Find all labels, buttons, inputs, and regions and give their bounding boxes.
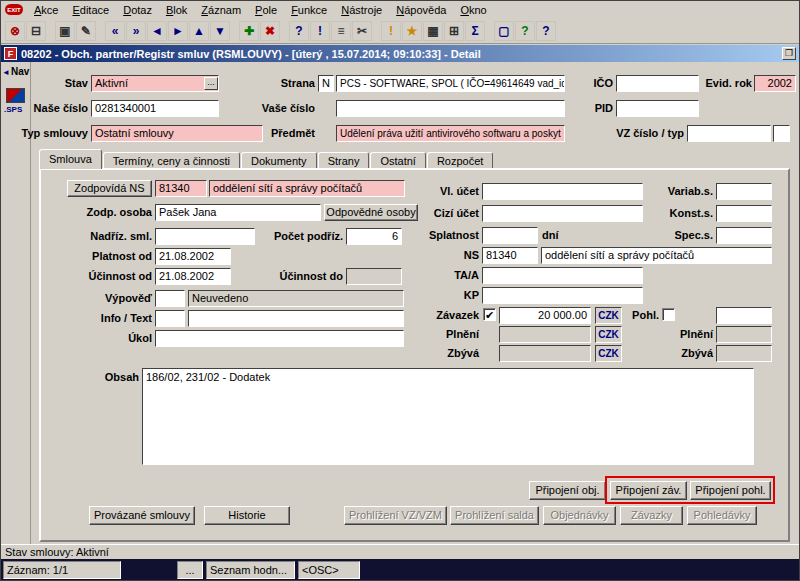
last-record-icon[interactable]: »: [126, 21, 146, 41]
ucinnost-do-field[interactable]: [346, 268, 402, 285]
stav-field[interactable]: Aktivní: [91, 75, 219, 92]
clear-record-icon[interactable]: ✂: [352, 21, 372, 41]
tab[interactable]: Smlouva: [39, 149, 102, 169]
vz-typ-field[interactable]: [773, 125, 790, 142]
provazane-smlouvy-button[interactable]: Provázané smlouvy: [89, 506, 195, 525]
pripojeni-zav-button[interactable]: Připojení záv.: [610, 481, 687, 500]
pripojeni-obj-button[interactable]: Připojení obj.: [529, 481, 606, 500]
menu-item[interactable]: Nápověda: [389, 3, 453, 17]
save-icon[interactable]: ▣: [55, 21, 75, 41]
execute-query-icon[interactable]: !: [310, 21, 330, 41]
pripojeni-pohl-button[interactable]: Připojení pohl.: [690, 481, 771, 500]
zavazek-amount-field[interactable]: 20 000.00: [499, 307, 591, 324]
konst-s-label: Konst.s.: [651, 207, 713, 220]
edit-icon[interactable]: ✎: [76, 21, 96, 41]
restore-window-icon[interactable]: [782, 47, 796, 60]
about-icon[interactable]: ?: [536, 21, 556, 41]
nadriz-sml-field[interactable]: [155, 228, 255, 245]
menu-item[interactable]: Editace: [65, 3, 116, 17]
strana-name-field[interactable]: PCS - SOFTWARE, SPOL ( IČO=49614649 vad_…: [336, 75, 565, 92]
menu-item[interactable]: Akce: [27, 3, 65, 17]
calculator-icon[interactable]: ⊞: [444, 21, 464, 41]
zodp-osoba-field[interactable]: Pašek Jana: [155, 204, 321, 221]
toolbar-separator: [281, 21, 289, 41]
menu-item[interactable]: Nástroje: [334, 3, 389, 17]
ns-name-field[interactable]: oddělení sítí a správy počítačů: [541, 247, 772, 264]
enter-query-icon[interactable]: ?: [289, 21, 309, 41]
scroll-down-icon[interactable]: ▼: [210, 21, 230, 41]
tab[interactable]: Dokumenty: [241, 152, 317, 169]
delete-record-icon[interactable]: ✖: [260, 21, 280, 41]
splatnost-field[interactable]: [482, 227, 538, 244]
pohl-field[interactable]: [716, 307, 772, 324]
sps-icon[interactable]: [6, 88, 25, 103]
ukol-field[interactable]: [155, 330, 404, 347]
info-text-field[interactable]: [188, 310, 404, 327]
print-icon[interactable]: ⊟: [26, 21, 46, 41]
konst-s-field[interactable]: [716, 205, 772, 222]
strana-code-field[interactable]: N: [318, 75, 334, 92]
pid-label: PID: [571, 102, 613, 115]
exit-logo-icon[interactable]: EXIT: [5, 4, 23, 15]
platnost-od-field[interactable]: 21.08.2002: [155, 248, 231, 265]
nase-cislo-field[interactable]: 0281340001: [91, 100, 219, 117]
first-record-icon[interactable]: «: [105, 21, 125, 41]
icon-glyph: ≡: [337, 25, 344, 37]
tab[interactable]: Termíny, ceny a činnosti: [103, 152, 240, 169]
info-code-field[interactable]: [155, 310, 185, 327]
list-values-icon[interactable]: ≡: [331, 21, 351, 41]
ucinnost-od-field[interactable]: 21.08.2002: [155, 268, 231, 285]
evid-rok-field[interactable]: 2002: [754, 75, 796, 92]
vypoved-code-field[interactable]: [155, 290, 185, 307]
menu-item[interactable]: Okno: [453, 3, 493, 17]
menu-item[interactable]: Záznam: [194, 3, 248, 17]
ta-a-field[interactable]: [482, 267, 643, 284]
warning-icon[interactable]: !: [381, 21, 401, 41]
list-of-values-indicator: Seznam hodn...: [206, 561, 295, 579]
typ-smlouvy-field[interactable]: Ostatní smlouvy: [91, 125, 263, 142]
variab-s-field[interactable]: [716, 183, 772, 200]
scroll-up-icon[interactable]: ▲: [189, 21, 209, 41]
tab[interactable]: Ostatní: [370, 152, 425, 169]
icon-glyph: ►: [172, 25, 184, 37]
stav-lov-button[interactable]: ...: [204, 77, 218, 90]
cizi-ucet-field[interactable]: [482, 205, 643, 222]
icon-glyph: !: [318, 25, 322, 37]
menu-item[interactable]: Dotaz: [116, 3, 159, 17]
next-record-icon[interactable]: ►: [168, 21, 188, 41]
kp-field[interactable]: [482, 287, 643, 304]
window-list-icon[interactable]: ▢: [494, 21, 514, 41]
odpovedne-osoby-button[interactable]: Odpovědné osoby: [324, 204, 418, 221]
pid-field[interactable]: [616, 100, 699, 117]
tab[interactable]: Strany: [318, 152, 370, 169]
historie-button[interactable]: Historie: [204, 506, 290, 525]
obsah-textarea[interactable]: 186/02, 231/02 - Dodatek: [142, 368, 754, 465]
ico-field[interactable]: [616, 75, 699, 92]
predmet-field[interactable]: Udělení práva užití antivirového softwar…: [336, 125, 565, 142]
vl-ucet-field[interactable]: [482, 183, 643, 200]
pohl-checkbox[interactable]: [662, 308, 675, 321]
window-title-bar: F 08202 - Obch. partner/Registr smluv (R…: [1, 45, 799, 62]
menu-item[interactable]: Funkce: [284, 3, 334, 17]
favorites-icon[interactable]: ★: [402, 21, 422, 41]
vz-cislo-field[interactable]: [687, 125, 771, 142]
vase-cislo-field[interactable]: [336, 100, 565, 117]
spec-s-field[interactable]: [716, 227, 772, 244]
exit-icon[interactable]: ⊗: [5, 21, 25, 41]
menu-item[interactable]: Blok: [159, 3, 194, 17]
zodpovida-ns-name-field[interactable]: oddělení sítí a správy počítačů: [209, 180, 405, 197]
calendar-icon[interactable]: ▦: [423, 21, 443, 41]
zodpovida-ns-button[interactable]: Zodpovídá NS: [67, 180, 152, 197]
ns-code-field[interactable]: 81340: [482, 247, 538, 264]
nav-toggle[interactable]: Nav: [2, 66, 29, 77]
zavazek-checkbox[interactable]: [483, 308, 496, 321]
prev-record-icon[interactable]: ◄: [147, 21, 167, 41]
insert-record-icon[interactable]: ✚: [239, 21, 259, 41]
toolbar-separator: [231, 21, 239, 41]
menu-item[interactable]: Pole: [248, 3, 284, 17]
zodpovida-ns-code-field[interactable]: 81340: [155, 180, 207, 197]
vypoved-label: Výpověď: [71, 292, 152, 305]
sum-icon[interactable]: Σ: [465, 21, 485, 41]
tab[interactable]: Rozpočet: [427, 152, 493, 169]
help-icon[interactable]: ?: [515, 21, 535, 41]
